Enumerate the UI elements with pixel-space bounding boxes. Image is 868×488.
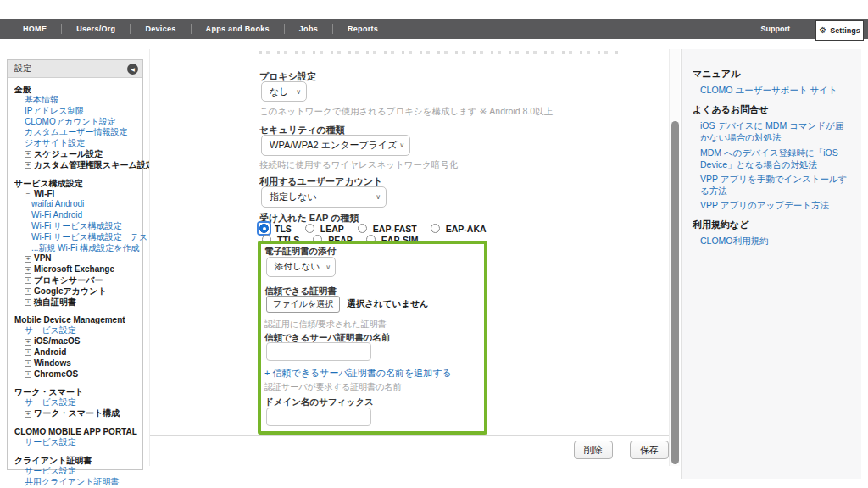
expand-icon[interactable]: + (25, 299, 31, 306)
sidebar-item[interactable]: IPアドレス制限 (14, 106, 139, 117)
nav-item-support[interactable]: Support (761, 19, 791, 39)
sidebar-item-label: サービス設定 (25, 397, 76, 408)
sidebar-item[interactable]: CLOMOアカウント設定 (14, 117, 139, 128)
sidebar-item-label: Wi-Fi サービス構成設定 テスト (31, 232, 157, 243)
security-type-select[interactable]: WPA/WPA2 エンタープライズ ∨ (261, 135, 410, 156)
sidebar-item[interactable]: +Android (14, 347, 139, 358)
radio-wrap (428, 221, 442, 236)
sidebar-item[interactable]: +ワーク・スマート構成 (14, 408, 139, 419)
expand-icon[interactable]: + (25, 267, 31, 274)
expand-icon[interactable]: + (25, 349, 31, 356)
form-divider (150, 435, 669, 436)
help-link[interactable]: CLOMO利用規約 (693, 235, 853, 247)
nav-item-users-org[interactable]: Users/Org (62, 25, 130, 33)
sidebar-item[interactable]: ジオサイト設定 (14, 138, 139, 149)
sidebar-item-label: サービス設定 (25, 466, 76, 477)
help-link[interactable]: VPP アプリを手動でインストールする方法 (693, 173, 853, 197)
expand-icon[interactable]: + (25, 371, 31, 378)
sidebar-item[interactable]: +Googleアカウント (14, 286, 139, 297)
sidebar-item[interactable]: +スケジュール設定 (14, 149, 139, 160)
expand-icon[interactable]: + (25, 277, 31, 284)
help-link[interactable]: VPP アプリのアップデート方法 (693, 199, 853, 211)
delete-button[interactable]: 削除 (574, 441, 613, 459)
nav-item-reports[interactable]: Reports (333, 25, 392, 33)
sidebar-item[interactable]: +iOS/macOS (14, 336, 139, 347)
sidebar-item[interactable]: サービス設定 (14, 466, 139, 477)
file-status-text: 選択されていません (347, 298, 428, 310)
sidebar-item[interactable]: +VPN (14, 253, 139, 264)
nav-item-home[interactable]: HOME (8, 25, 61, 33)
sidebar-item[interactable]: ...新規 Wi-Fi 構成設定を作成 (14, 243, 139, 254)
chevron-down-icon: ∨ (296, 88, 301, 96)
sidebar-item[interactable]: +独自証明書 (14, 297, 139, 308)
collapse-icon[interactable]: − (25, 191, 31, 197)
cert-attach-label: 電子証明書の添付 (264, 246, 336, 258)
tab-settings[interactable]: ⚙ Settings (815, 20, 864, 41)
add-server-cert-link[interactable]: + 信頼できるサーバ証明書の名前を追加する (264, 367, 452, 380)
sidebar-item[interactable]: サービス設定 (14, 437, 139, 448)
security-type-select-value: WPA/WPA2 エンタープライズ (270, 139, 398, 152)
sidebar-item-label: プロキシサーバー (34, 275, 103, 286)
sidebar-section-title: ワーク・スマート (14, 386, 139, 397)
nav-item-apps-and-books[interactable]: Apps and Books (192, 25, 284, 33)
main-content: プロキシ設定 なし ∨ このネットワークで使用されるプロキシを構成します ※ A… (149, 49, 668, 466)
proxy-select-value: なし (270, 86, 289, 98)
sidebar-item[interactable]: 基本情報 (14, 95, 139, 106)
radio-icon[interactable] (431, 224, 440, 233)
nav-item-jobs[interactable]: Jobs (285, 25, 332, 33)
settings-tab-label: Settings (830, 26, 860, 35)
radio-option-eap-aka[interactable]: EAP-AKA (428, 221, 487, 236)
trusted-cert-help-text: 認証用に信頼/要求された証明書 (264, 319, 387, 330)
scrollbar-thumb[interactable] (671, 121, 679, 464)
expand-icon[interactable]: + (25, 151, 31, 158)
expand-icon[interactable]: + (25, 288, 31, 295)
save-button[interactable]: 保存 (630, 441, 669, 459)
sidebar-item-label: カスタム管理権限スキーム設定 (34, 160, 154, 171)
sidebar-item[interactable]: サービス設定 (14, 325, 139, 336)
help-link[interactable]: iOS デバイスに MDM コマンドが届かない場合の対処法 (693, 119, 853, 143)
clipped-text-line (259, 51, 622, 54)
sidebar-item[interactable]: Wi-Fi サービス構成設定 テスト (14, 232, 139, 243)
sidebar-item[interactable]: waifai Androdi (14, 199, 139, 210)
expand-icon[interactable]: + (25, 162, 31, 169)
sidebar-item[interactable]: +Microsoft Exchange (14, 264, 139, 275)
file-select-button[interactable]: ファイルを選択 (266, 296, 340, 313)
sidebar-item[interactable]: +カスタム管理権限スキーム設定 (14, 160, 139, 171)
sidebar-item[interactable]: −Wi-Fi (14, 189, 139, 200)
sidebar-item[interactable]: +プロキシサーバー (14, 275, 139, 286)
sidebar-item[interactable]: Wi-Fi サービス構成設定 (14, 221, 139, 232)
sidebar-item-label: IPアドレス制限 (25, 106, 84, 117)
sidebar-item-label: ジオサイト設定 (25, 138, 85, 149)
server-cert-name-input[interactable] (266, 342, 371, 361)
chevron-down-icon: ∨ (399, 141, 404, 149)
cert-attach-select[interactable]: 添付しない ∨ (266, 257, 336, 277)
sidebar-item-label: iOS/macOS (34, 336, 80, 347)
trusted-cert-file-row: ファイルを選択 選択されていません (266, 296, 428, 313)
expand-icon[interactable]: + (25, 411, 31, 418)
domain-suffix-input[interactable] (266, 408, 371, 426)
collapse-sidebar-button[interactable]: ◀ (127, 64, 138, 75)
expand-icon[interactable]: + (25, 256, 31, 263)
sidebar-section-title: 全般 (14, 84, 139, 95)
sidebar-item-label: カスタムユーザー情報設定 (25, 127, 127, 138)
help-link[interactable]: CLOMO ユーザーサポート サイト (693, 84, 853, 96)
help-link[interactable]: MDM へのデバイス登録時に「iOS Device」となる場合の対処法 (693, 147, 853, 170)
scrollbar-track[interactable] (669, 49, 680, 466)
nav-item-devices[interactable]: Devices (131, 25, 190, 33)
chevron-down-icon: ∨ (326, 263, 331, 271)
sidebar-item-label: ...新規 Wi-Fi 構成設定を作成 (31, 243, 139, 254)
sidebar-item[interactable]: +Windows (14, 358, 139, 369)
user-account-select-value: 指定しない (270, 191, 317, 203)
sidebar-item[interactable]: カスタムユーザー情報設定 (14, 127, 139, 138)
sidebar-item[interactable]: サービス設定 (14, 397, 139, 408)
sidebar-item[interactable]: Wi-Fi Android (14, 210, 139, 221)
proxy-select[interactable]: なし ∨ (261, 81, 307, 102)
expand-icon[interactable]: + (25, 339, 31, 346)
sidebar-item-label: Windows (34, 358, 71, 369)
sidebar-item[interactable]: 共用クライアント証明書 (14, 477, 139, 488)
highlight-box: 電子証明書の添付 添付しない ∨ 信頼できる証明書 ファイルを選択 選択されてい… (258, 241, 487, 435)
expand-icon[interactable]: + (25, 360, 31, 367)
sidebar-section-title: サービス構成設定 (14, 178, 139, 189)
sidebar-item[interactable]: +ChromeOS (14, 369, 139, 380)
user-account-select[interactable]: 指定しない ∨ (261, 186, 387, 208)
